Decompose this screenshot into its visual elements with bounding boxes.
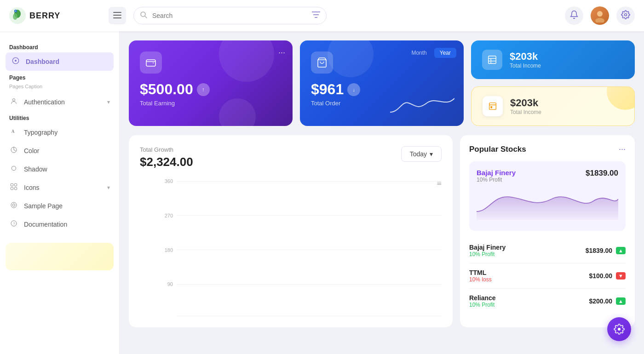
authentication-item-label: Authentication: [24, 98, 102, 106]
menu-icon: [113, 12, 121, 20]
color-item-label: Color: [24, 147, 110, 154]
documentation-item-label: Documentation: [24, 221, 110, 228]
avatar[interactable]: [591, 6, 609, 25]
pos-icon: [483, 96, 503, 116]
chart-area: ≡ 360 270 180: [140, 178, 442, 316]
shadow-icon: [9, 165, 18, 174]
svg-rect-23: [14, 183, 17, 186]
total-order-card: Month Year $961 ↓ Total Order: [300, 40, 464, 126]
icons-item-label: Icons: [24, 184, 102, 191]
dashboard-item-label: Dashboard: [26, 58, 108, 65]
svg-text:?: ?: [13, 222, 15, 225]
wave-chart: [390, 94, 454, 117]
today-button[interactable]: Today ▾: [401, 146, 442, 162]
icons-chevron-icon: ▾: [107, 184, 110, 191]
header-right: [565, 6, 635, 25]
featured-stock-header: Bajaj Finery 10% Profit $1839.00: [477, 169, 618, 183]
svg-rect-36: [489, 103, 496, 110]
sidebar: Dashboard Dashboard Pages Pages Caption …: [0, 31, 120, 354]
sidebar-item-shadow[interactable]: Shadow: [0, 160, 119, 178]
right-cards: $203k Total Income $203k Total Income: [471, 40, 635, 126]
card-more-icon[interactable]: ···: [278, 48, 285, 57]
sidebar-item-color[interactable]: Color: [0, 142, 119, 160]
bars-container: [160, 178, 440, 316]
total-income-text-1: $203k Total Income: [510, 51, 541, 69]
stock-sparkline: [477, 185, 618, 222]
stock-list: Bajaj Finery 10% Profit $1839.00 ▲ TTML …: [469, 238, 626, 314]
svg-point-13: [597, 11, 603, 17]
sidebar-item-typography[interactable]: A Typography: [0, 123, 119, 142]
total-earning-label: Total Earning: [140, 100, 282, 107]
svg-line-9: [145, 16, 147, 18]
cards-row: ··· $500.00 ↑ Total Earning Month Y: [129, 40, 635, 126]
dashboard-section-label: Dashboard: [0, 40, 119, 52]
search-icon: [140, 11, 147, 20]
stocks-panel: Popular Stocks ··· Bajaj Finery 10% Prof…: [460, 135, 635, 327]
month-year-toggle: Month Year: [406, 48, 456, 58]
featured-stock-price: $1839.00: [586, 169, 618, 178]
svg-point-15: [625, 13, 627, 16]
year-button[interactable]: Year: [434, 48, 456, 58]
svg-rect-22: [11, 183, 13, 186]
main-layout: Dashboard Dashboard Pages Pages Caption …: [0, 31, 644, 354]
pages-caption: Pages Caption: [0, 83, 119, 93]
up-badge-2-icon: ▲: [616, 297, 626, 305]
stock-list-item: Bajaj Finery 10% Profit $1839.00 ▲: [469, 238, 626, 263]
shadow-item-label: Shadow: [24, 166, 110, 173]
svg-rect-32: [489, 56, 496, 64]
chart-header: Total Growth $2,324.00 Today ▾: [140, 146, 442, 169]
chart-title-label: Total Growth: [140, 146, 193, 153]
svg-point-14: [595, 18, 604, 23]
icons-icon: [9, 183, 18, 192]
svg-rect-25: [14, 187, 17, 189]
search-input[interactable]: [133, 7, 327, 24]
settings-button[interactable]: [616, 6, 635, 25]
svg-rect-30: [146, 60, 155, 66]
up-arrow-icon: ↑: [197, 83, 210, 96]
svg-rect-7: [113, 17, 121, 18]
sidebar-item-sample-page[interactable]: Sample Page: [0, 197, 119, 215]
stocks-more-icon[interactable]: ···: [619, 144, 626, 154]
chevron-down-icon: ▾: [107, 99, 110, 105]
sample-page-item-label: Sample Page: [24, 202, 110, 210]
sidebar-item-icons[interactable]: Icons ▾: [0, 178, 119, 197]
svg-point-26: [11, 202, 17, 208]
down-arrow-icon: ↓: [347, 83, 360, 96]
sidebar-item-documentation[interactable]: ? Documentation: [0, 215, 119, 234]
sample-page-icon: [9, 201, 18, 211]
dropdown-icon: ▾: [430, 150, 433, 158]
fab-button[interactable]: [607, 317, 631, 341]
sidebar-item-authentication[interactable]: Authentication ▾: [0, 93, 119, 111]
header: BERRY: [0, 0, 644, 31]
menu-button[interactable]: [109, 7, 126, 24]
notification-button[interactable]: [565, 6, 583, 25]
down-badge-icon: ▼: [616, 272, 626, 280]
dashboard-icon: [11, 57, 20, 66]
month-button[interactable]: Month: [406, 48, 432, 58]
color-icon: [9, 146, 18, 155]
stocks-header: Popular Stocks ···: [469, 144, 626, 154]
logo-area: BERRY: [9, 7, 101, 24]
total-earning-card: ··· $500.00 ↑ Total Earning: [129, 40, 293, 126]
chart-card: Total Growth $2,324.00 Today ▾ ≡ 360: [129, 135, 453, 327]
svg-point-21: [12, 166, 16, 170]
svg-point-18: [12, 99, 15, 101]
filter-icon[interactable]: [312, 11, 320, 20]
authentication-icon: [9, 97, 18, 107]
typography-item-label: Typography: [24, 129, 110, 136]
bell-icon: [569, 10, 579, 22]
featured-stock-profit: 10% Profit: [477, 177, 516, 183]
svg-point-17: [15, 60, 17, 62]
pages-section-label: Pages: [0, 71, 119, 83]
total-income-card-2: $203k Total Income: [471, 86, 635, 126]
main-content: ··· $500.00 ↑ Total Earning Month Y: [120, 31, 644, 354]
svg-point-27: [12, 204, 15, 206]
search-bar: [133, 7, 327, 24]
svg-point-4: [15, 11, 17, 12]
bottom-row: Total Growth $2,324.00 Today ▾ ≡ 360: [129, 135, 635, 327]
typography-icon: A: [9, 128, 18, 137]
svg-rect-5: [113, 12, 121, 13]
table-icon: [482, 50, 502, 70]
sidebar-item-dashboard[interactable]: Dashboard: [6, 52, 114, 71]
total-income-text-2: $203k Total Income: [510, 97, 541, 115]
